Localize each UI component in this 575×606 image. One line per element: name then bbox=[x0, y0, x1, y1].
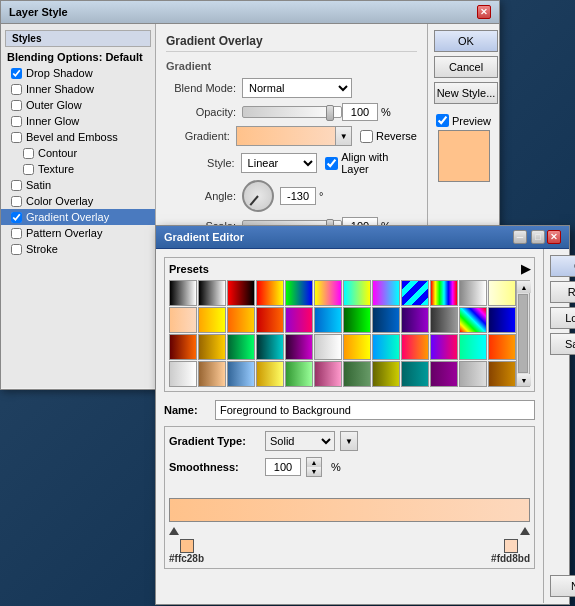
preset-swatch[interactable] bbox=[314, 307, 342, 333]
gradient-type-dropdown[interactable]: ▼ bbox=[340, 431, 358, 451]
scroll-down-btn[interactable]: ▼ bbox=[517, 374, 531, 386]
opacity-thumb[interactable] bbox=[326, 105, 334, 121]
opacity-input[interactable] bbox=[342, 103, 378, 121]
sidebar-item-outer-glow[interactable]: Outer Glow bbox=[1, 97, 155, 113]
preset-swatch[interactable] bbox=[227, 307, 255, 333]
sidebar-item-inner-shadow[interactable]: Inner Shadow bbox=[1, 81, 155, 97]
preview-checkbox[interactable] bbox=[436, 114, 449, 127]
preset-swatch[interactable] bbox=[256, 361, 284, 387]
gradient-type-select[interactable]: Solid Noise bbox=[265, 431, 335, 451]
gradient-overlay-checkbox[interactable] bbox=[11, 212, 22, 223]
preset-swatch[interactable] bbox=[285, 307, 313, 333]
scroll-up-btn[interactable]: ▲ bbox=[517, 281, 531, 293]
preset-swatch[interactable] bbox=[169, 334, 197, 360]
preset-swatch[interactable] bbox=[285, 361, 313, 387]
angle-dial[interactable] bbox=[242, 180, 274, 212]
ge-save-button[interactable]: Save... bbox=[550, 333, 575, 355]
contour-checkbox[interactable] bbox=[23, 148, 34, 159]
smoothness-input[interactable] bbox=[265, 458, 301, 476]
preset-swatch[interactable] bbox=[169, 307, 197, 333]
presets-menu-btn[interactable]: ▶ bbox=[521, 262, 530, 276]
new-style-button[interactable]: New Style... bbox=[434, 82, 498, 104]
preset-swatch[interactable] bbox=[198, 334, 226, 360]
preset-swatch[interactable] bbox=[488, 361, 516, 387]
preset-swatch[interactable] bbox=[401, 361, 429, 387]
preset-swatch[interactable] bbox=[314, 334, 342, 360]
reverse-checkbox[interactable] bbox=[360, 130, 373, 143]
preset-swatch[interactable] bbox=[488, 334, 516, 360]
preset-swatch[interactable] bbox=[430, 307, 458, 333]
preset-swatch[interactable] bbox=[198, 307, 226, 333]
cancel-button[interactable]: Cancel bbox=[434, 56, 498, 78]
gradient-preview[interactable] bbox=[236, 126, 337, 146]
gradient-bar[interactable] bbox=[169, 498, 530, 522]
preset-swatch[interactable] bbox=[343, 280, 371, 306]
preset-swatch[interactable] bbox=[256, 334, 284, 360]
preset-swatch[interactable] bbox=[314, 280, 342, 306]
sidebar-item-color-overlay[interactable]: Color Overlay bbox=[1, 193, 155, 209]
preset-swatch[interactable] bbox=[372, 361, 400, 387]
preset-swatch[interactable] bbox=[401, 307, 429, 333]
scroll-thumb[interactable] bbox=[518, 294, 528, 373]
texture-checkbox[interactable] bbox=[23, 164, 34, 175]
preset-swatch[interactable] bbox=[314, 361, 342, 387]
preset-swatch[interactable] bbox=[372, 307, 400, 333]
preset-swatch[interactable] bbox=[169, 280, 197, 306]
preset-swatch[interactable] bbox=[430, 334, 458, 360]
preset-swatch[interactable] bbox=[343, 334, 371, 360]
preset-swatch[interactable] bbox=[488, 307, 516, 333]
preset-swatch[interactable] bbox=[343, 307, 371, 333]
preset-swatch[interactable] bbox=[227, 280, 255, 306]
preset-swatch[interactable] bbox=[430, 361, 458, 387]
angle-input[interactable] bbox=[280, 187, 316, 205]
smooth-down-btn[interactable]: ▼ bbox=[307, 467, 321, 476]
preset-swatch[interactable] bbox=[256, 307, 284, 333]
gradient-dropdown-btn[interactable]: ▼ bbox=[335, 126, 352, 146]
ge-load-button[interactable]: Load... bbox=[550, 307, 575, 329]
sidebar-item-blending-options[interactable]: Blending Options: Default bbox=[1, 49, 155, 65]
sidebar-item-bevel-emboss[interactable]: Bevel and Emboss bbox=[1, 129, 155, 145]
inner-shadow-checkbox[interactable] bbox=[11, 84, 22, 95]
ge-new-button[interactable]: New bbox=[550, 575, 575, 597]
drop-shadow-checkbox[interactable] bbox=[11, 68, 22, 79]
smooth-up-btn[interactable]: ▲ bbox=[307, 458, 321, 467]
ge-close-btn[interactable]: ✕ bbox=[547, 230, 561, 244]
preset-swatch[interactable] bbox=[227, 334, 255, 360]
ge-maximize-btn[interactable]: □ bbox=[531, 230, 545, 244]
preset-swatch[interactable] bbox=[198, 361, 226, 387]
preset-swatch[interactable] bbox=[227, 361, 255, 387]
preset-swatch[interactable] bbox=[285, 334, 313, 360]
ge-minimize-btn[interactable]: ─ bbox=[513, 230, 527, 244]
align-layer-checkbox[interactable] bbox=[325, 157, 338, 170]
satin-checkbox[interactable] bbox=[11, 180, 22, 191]
preset-swatch[interactable] bbox=[372, 280, 400, 306]
preset-swatch[interactable] bbox=[285, 280, 313, 306]
sidebar-item-drop-shadow[interactable]: Drop Shadow bbox=[1, 65, 155, 81]
sidebar-item-inner-glow[interactable]: Inner Glow bbox=[1, 113, 155, 129]
preset-swatch[interactable] bbox=[198, 280, 226, 306]
preset-swatch[interactable] bbox=[430, 280, 458, 306]
ge-ok-button[interactable]: OK bbox=[550, 255, 575, 277]
outer-glow-checkbox[interactable] bbox=[11, 100, 22, 111]
preset-swatch[interactable] bbox=[343, 361, 371, 387]
inner-glow-checkbox[interactable] bbox=[11, 116, 22, 127]
preset-swatch[interactable] bbox=[459, 307, 487, 333]
pattern-overlay-checkbox[interactable] bbox=[11, 228, 22, 239]
ok-button[interactable]: OK bbox=[434, 30, 498, 52]
preset-swatch[interactable] bbox=[169, 361, 197, 387]
preset-swatch[interactable] bbox=[372, 334, 400, 360]
preset-swatch[interactable] bbox=[401, 334, 429, 360]
color-overlay-checkbox[interactable] bbox=[11, 196, 22, 207]
style-select[interactable]: Linear Radial Angle Reflected Diamond bbox=[241, 153, 318, 173]
preset-swatch[interactable] bbox=[459, 334, 487, 360]
right-color-swatch[interactable] bbox=[504, 539, 518, 553]
preset-swatch[interactable] bbox=[459, 361, 487, 387]
gradient-name-input[interactable] bbox=[215, 400, 535, 420]
preset-swatch[interactable] bbox=[401, 280, 429, 306]
ge-reset-button[interactable]: Reset bbox=[550, 281, 575, 303]
preset-swatch[interactable] bbox=[459, 280, 487, 306]
sidebar-item-gradient-overlay[interactable]: Gradient Overlay bbox=[1, 209, 155, 225]
stop-right[interactable] bbox=[520, 527, 530, 535]
sidebar-item-pattern-overlay[interactable]: Pattern Overlay bbox=[1, 225, 155, 241]
bevel-emboss-checkbox[interactable] bbox=[11, 132, 22, 143]
